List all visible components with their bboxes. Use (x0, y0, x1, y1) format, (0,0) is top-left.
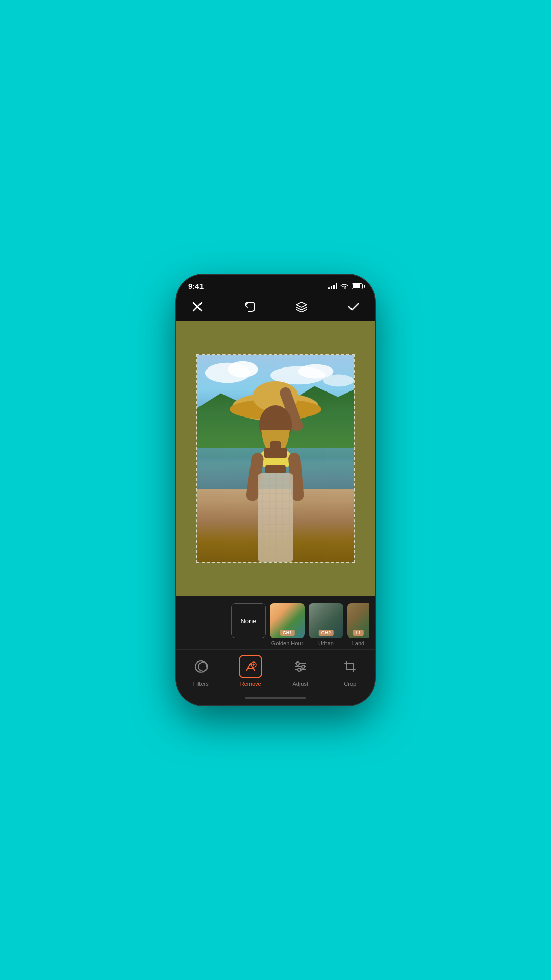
remove-label: Remove (240, 681, 261, 687)
svg-point-44 (302, 665, 305, 668)
filters-label: Filters (193, 681, 209, 687)
filter-land-label: Land (347, 640, 369, 646)
filter-none-thumb: None (231, 603, 266, 638)
crop-icon (343, 659, 357, 674)
adjust-icon (293, 659, 308, 674)
filter-gh1-label: Golden Hour (270, 640, 305, 646)
filter-row: None GH1 GH2 L1 (176, 596, 375, 640)
filter-none-label: None (240, 617, 256, 625)
filter-gh2-badge: GH2 (319, 630, 334, 636)
confirm-button[interactable] (344, 298, 363, 316)
tool-crop[interactable]: Crop (332, 655, 368, 687)
svg-rect-18 (265, 465, 286, 473)
svg-point-42 (296, 662, 299, 665)
status-bar: 9:41 (176, 275, 375, 293)
adjust-label: Adjust (292, 681, 308, 687)
bottom-panel: None GH1 GH2 L1 (176, 596, 375, 705)
filter-land-badge: L1 (353, 630, 364, 636)
canvas-area[interactable] (176, 321, 375, 596)
layers-button[interactable] (292, 298, 311, 316)
svg-marker-2 (296, 302, 307, 307)
photo-image (197, 355, 354, 562)
home-bar (245, 697, 306, 699)
filters-icon-wrap (189, 655, 213, 678)
filter-none-label-text (231, 640, 266, 646)
undo-button[interactable] (240, 298, 259, 316)
status-icons (328, 283, 363, 289)
crop-label: Crop (344, 681, 356, 687)
home-indicator (176, 691, 375, 705)
filter-gh2[interactable]: GH2 (309, 603, 343, 638)
filter-land[interactable]: L1 (347, 603, 369, 638)
filter-land-thumb: L1 (347, 603, 369, 638)
filter-gh1[interactable]: GH1 (270, 603, 305, 638)
adjust-icon-wrap (289, 655, 312, 678)
filter-gh2-label: Urban (309, 640, 343, 646)
filter-gh1-thumb: GH1 (270, 603, 305, 638)
time: 9:41 (188, 282, 204, 290)
filter-none[interactable]: None (231, 603, 266, 638)
crop-icon-wrap (338, 655, 362, 678)
svg-rect-15 (264, 448, 287, 458)
svg-point-46 (298, 668, 301, 671)
battery-icon (352, 283, 363, 289)
tool-filters[interactable]: Filters (183, 655, 219, 687)
filters-icon (194, 659, 208, 674)
filter-label-row: Golden Hour Urban Land (176, 640, 375, 649)
photo-container[interactable] (196, 354, 355, 564)
remove-icon (243, 659, 258, 674)
filter-gh1-badge: GH1 (280, 630, 295, 636)
tool-adjust[interactable]: Adjust (282, 655, 319, 687)
filter-gh2-thumb: GH2 (309, 603, 343, 638)
close-button[interactable] (188, 298, 207, 316)
top-toolbar (176, 293, 375, 321)
bottom-toolbar: Filters Remove (176, 649, 375, 691)
phone-frame: 9:41 (176, 275, 375, 705)
signal-icon (328, 283, 337, 289)
tool-remove[interactable]: Remove (232, 655, 269, 687)
remove-icon-wrap (239, 655, 262, 678)
svg-point-7 (323, 374, 354, 386)
wifi-icon (340, 283, 348, 289)
